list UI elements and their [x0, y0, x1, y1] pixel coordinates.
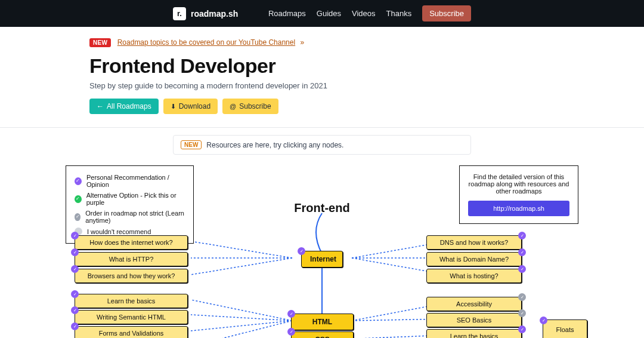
nav-thanks[interactable]: Thanks [386, 9, 412, 18]
new-badge: NEW [89, 38, 111, 47]
check-marker-icon [71, 322, 79, 330]
download-label: Download [179, 102, 210, 110]
svg-line-9 [191, 321, 292, 338]
node-forms-validations[interactable]: Forms and Validations [75, 326, 188, 338]
page-title: Frontend Developer [89, 54, 555, 78]
page-subtitle: Step by step guide to becoming a modern … [89, 81, 555, 90]
node-css[interactable]: CSS [291, 331, 354, 338]
check-marker-icon [540, 317, 547, 324]
node-css-learn-basics[interactable]: Learn the basics [426, 329, 522, 338]
legend-label: Alternative Option - Pick this or purple [86, 192, 185, 206]
node-hosting[interactable]: What is hosting? [426, 269, 522, 283]
chevron-right-icon: » [301, 38, 305, 47]
root-node: Front-end [294, 201, 349, 215]
download-button[interactable]: Download [163, 99, 218, 114]
node-html[interactable]: HTML [291, 314, 354, 330]
promo-link-button[interactable]: http://roadmap.sh [468, 201, 569, 216]
nav-roadmaps[interactable]: Roadmaps [268, 9, 306, 18]
css-detail-item: Floats [552, 325, 578, 336]
announcement-banner: NEW Roadmap topics to be covered on our … [89, 36, 555, 47]
check-marker-icon [518, 265, 526, 273]
legend-item: ✓Alternative Option - Pick this or purpl… [75, 190, 185, 208]
node-domain-name[interactable]: What is Domain Name? [426, 252, 522, 266]
subscribe-button[interactable]: Subscribe [422, 5, 471, 21]
node-semantic-html[interactable]: Writing Semantic HTML [75, 310, 188, 324]
check-icon: ✓ [75, 177, 82, 185]
check-marker-icon [518, 232, 526, 239]
logo[interactable]: r. roadmap.sh [173, 7, 238, 20]
svg-line-7 [191, 315, 292, 321]
node-css-layout-topics[interactable]: Floats Positioning Display Box Model [543, 319, 587, 338]
node-internet[interactable]: Internet [301, 251, 343, 268]
check-marker-icon [518, 309, 526, 317]
all-roadmaps-button[interactable]: All Roadmaps [89, 99, 159, 114]
nav-guides[interactable]: Guides [317, 9, 341, 18]
node-accessibility[interactable]: Accessibility [426, 297, 522, 311]
node-internet-how-works[interactable]: How does the internet work? [75, 235, 188, 250]
check-marker-icon [287, 328, 295, 336]
main: NEW Roadmap topics to be covered on our … [89, 27, 555, 114]
check-icon: ✓ [75, 195, 82, 203]
info-new-badge: NEW [181, 140, 202, 149]
svg-line-6 [191, 300, 292, 321]
check-marker-icon [518, 248, 526, 256]
legend-item: ✓Order in roadmap not strict (Learn anyt… [75, 208, 185, 226]
check-marker-icon [71, 290, 79, 298]
svg-line-8 [191, 321, 292, 331]
nav-videos[interactable]: Videos [352, 9, 376, 18]
download-icon [171, 102, 176, 110]
all-roadmaps-label: All Roadmaps [107, 102, 151, 110]
legend-label: I wouldn't recommend [87, 228, 151, 235]
logo-text: roadmap.sh [191, 9, 238, 19]
info-text: Resources are here, try clicking any nod… [206, 141, 343, 149]
promo-box: Find the detailed version of this roadma… [459, 165, 578, 224]
node-dns[interactable]: DNS and how it works? [426, 235, 522, 250]
check-marker-icon [71, 248, 79, 256]
check-marker-icon [71, 306, 79, 314]
arrow-left-icon [97, 102, 104, 110]
main-header: r. roadmap.sh Roadmaps Guides Videos Tha… [0, 0, 644, 27]
action-bar: All Roadmaps Download Subscribe [89, 99, 555, 114]
css-detail-item: Positioning [552, 336, 578, 338]
check-marker-icon [287, 310, 295, 318]
logo-mark: r. [173, 7, 186, 20]
subscribe-pill-label: Subscribe [239, 102, 271, 110]
legend-label: Personal Recommendation / Opinion [86, 174, 185, 188]
legend-box: ✓Personal Recommendation / Opinion ✓Alte… [66, 165, 194, 244]
node-seo-basics[interactable]: SEO Basics [426, 313, 522, 327]
at-icon [230, 102, 236, 110]
legend-label: Order in roadmap not strict (Learn anyti… [85, 210, 185, 224]
info-bar: NEW Resources are here, try clicking any… [173, 135, 471, 155]
check-marker-icon [518, 293, 526, 301]
node-what-is-http[interactable]: What is HTTP? [75, 252, 188, 266]
check-marker-icon [298, 247, 305, 255]
check-marker-icon [71, 265, 79, 273]
subscribe-pill-button[interactable]: Subscribe [222, 99, 278, 114]
nav: Roadmaps Guides Videos Thanks Subscribe [268, 5, 471, 21]
check-marker-icon [518, 325, 526, 333]
check-marker-icon [71, 232, 79, 239]
node-html-learn-basics[interactable]: Learn the basics [75, 294, 188, 308]
node-browsers-work[interactable]: Browsers and how they work? [75, 269, 188, 283]
banner-link[interactable]: Roadmap topics to be covered on our YouT… [117, 38, 295, 47]
promo-text: Find the detailed version of this roadma… [468, 173, 569, 195]
roadmap-canvas: ✓Personal Recommendation / Opinion ✓Alte… [66, 165, 578, 338]
check-icon: ✓ [75, 213, 80, 221]
divider [0, 127, 644, 128]
svg-line-0 [191, 241, 292, 258]
svg-line-2 [191, 258, 292, 275]
legend-item: ✓Personal Recommendation / Opinion [75, 172, 185, 190]
